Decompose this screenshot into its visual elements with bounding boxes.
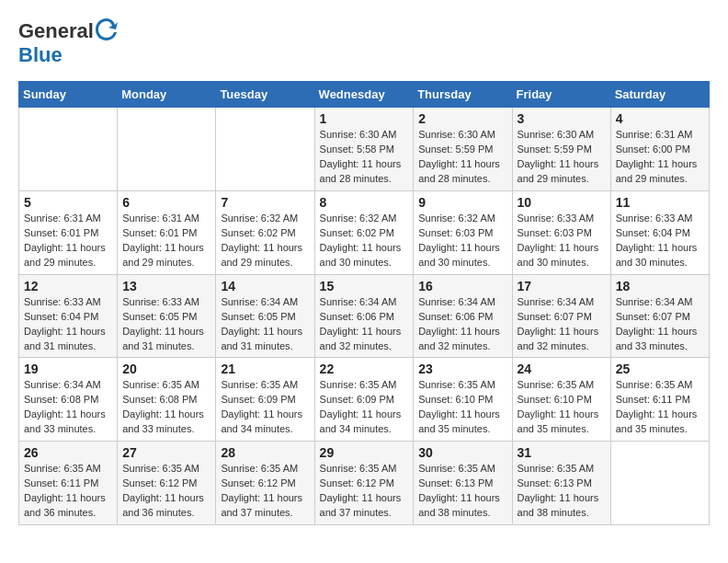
day-number: 16 — [418, 279, 506, 293]
calendar-cell: 7Sunrise: 6:32 AM Sunset: 6:02 PM Daylig… — [216, 190, 314, 274]
day-number: 26 — [24, 445, 112, 460]
calendar-cell: 30Sunrise: 6:35 AM Sunset: 6:13 PM Dayli… — [414, 442, 512, 525]
calendar-cell: 16Sunrise: 6:34 AM Sunset: 6:06 PM Dayli… — [414, 274, 512, 358]
day-number: 22 — [320, 362, 409, 376]
calendar-cell — [216, 108, 314, 191]
page-header: General Blue — [18, 18, 710, 66]
calendar-cell: 6Sunrise: 6:31 AM Sunset: 6:01 PM Daylig… — [118, 190, 216, 274]
day-number: 31 — [518, 445, 606, 460]
calendar-cell: 31Sunrise: 6:35 AM Sunset: 6:13 PM Dayli… — [512, 442, 610, 525]
day-info: Sunrise: 6:34 AM Sunset: 6:06 PM Dayligh… — [320, 295, 409, 354]
day-number: 21 — [221, 362, 309, 376]
calendar-cell: 29Sunrise: 6:35 AM Sunset: 6:12 PM Dayli… — [314, 442, 414, 525]
day-info: Sunrise: 6:34 AM Sunset: 6:05 PM Dayligh… — [221, 295, 309, 354]
logo-icon — [96, 17, 118, 42]
day-info: Sunrise: 6:30 AM Sunset: 5:59 PM Dayligh… — [418, 128, 506, 187]
day-info: Sunrise: 6:34 AM Sunset: 6:06 PM Dayligh… — [418, 295, 506, 354]
day-info: Sunrise: 6:35 AM Sunset: 6:12 PM Dayligh… — [221, 462, 309, 521]
day-number: 5 — [24, 195, 112, 210]
calendar-cell — [610, 442, 709, 525]
calendar-cell: 26Sunrise: 6:35 AM Sunset: 6:11 PM Dayli… — [19, 442, 118, 525]
day-info: Sunrise: 6:32 AM Sunset: 6:02 PM Dayligh… — [320, 212, 409, 270]
day-info: Sunrise: 6:31 AM Sunset: 6:01 PM Dayligh… — [24, 212, 112, 270]
calendar-cell: 15Sunrise: 6:34 AM Sunset: 6:06 PM Dayli… — [314, 274, 414, 358]
calendar-cell: 17Sunrise: 6:34 AM Sunset: 6:07 PM Dayli… — [512, 274, 610, 358]
day-number: 13 — [122, 279, 210, 293]
calendar-cell: 11Sunrise: 6:33 AM Sunset: 6:04 PM Dayli… — [610, 190, 709, 274]
day-number: 6 — [122, 195, 210, 210]
day-number: 19 — [24, 362, 112, 376]
calendar-cell: 13Sunrise: 6:33 AM Sunset: 6:05 PM Dayli… — [118, 274, 216, 358]
weekday-header-thursday: Thursday — [414, 82, 512, 108]
day-number: 10 — [518, 195, 606, 210]
day-info: Sunrise: 6:35 AM Sunset: 6:08 PM Dayligh… — [122, 378, 210, 437]
day-number: 25 — [616, 362, 704, 376]
day-number: 12 — [24, 279, 112, 293]
day-number: 30 — [418, 445, 506, 460]
day-info: Sunrise: 6:33 AM Sunset: 6:04 PM Dayligh… — [616, 212, 704, 270]
day-info: Sunrise: 6:32 AM Sunset: 6:02 PM Dayligh… — [221, 212, 309, 270]
day-info: Sunrise: 6:35 AM Sunset: 6:12 PM Dayligh… — [122, 462, 210, 521]
day-info: Sunrise: 6:33 AM Sunset: 6:04 PM Dayligh… — [24, 295, 112, 354]
logo-general: General — [18, 20, 94, 42]
day-number: 7 — [221, 195, 309, 210]
calendar-cell: 14Sunrise: 6:34 AM Sunset: 6:05 PM Dayli… — [216, 274, 314, 358]
calendar-cell: 3Sunrise: 6:30 AM Sunset: 5:59 PM Daylig… — [512, 108, 610, 191]
calendar-cell: 28Sunrise: 6:35 AM Sunset: 6:12 PM Dayli… — [216, 442, 314, 525]
calendar-cell: 4Sunrise: 6:31 AM Sunset: 6:00 PM Daylig… — [610, 108, 709, 191]
weekday-header-friday: Friday — [512, 82, 610, 108]
calendar-cell: 1Sunrise: 6:30 AM Sunset: 5:58 PM Daylig… — [314, 108, 414, 191]
calendar-cell: 18Sunrise: 6:34 AM Sunset: 6:07 PM Dayli… — [610, 274, 709, 358]
calendar-cell — [118, 108, 216, 191]
day-info: Sunrise: 6:35 AM Sunset: 6:12 PM Dayligh… — [320, 462, 409, 521]
weekday-header-saturday: Saturday — [610, 82, 709, 108]
calendar-cell: 24Sunrise: 6:35 AM Sunset: 6:10 PM Dayli… — [512, 358, 610, 442]
day-info: Sunrise: 6:31 AM Sunset: 6:01 PM Dayligh… — [122, 212, 210, 270]
day-info: Sunrise: 6:35 AM Sunset: 6:11 PM Dayligh… — [616, 378, 704, 437]
day-number: 18 — [616, 279, 704, 293]
day-info: Sunrise: 6:35 AM Sunset: 6:09 PM Dayligh… — [221, 378, 309, 437]
day-info: Sunrise: 6:33 AM Sunset: 6:03 PM Dayligh… — [518, 212, 606, 270]
calendar-cell: 23Sunrise: 6:35 AM Sunset: 6:10 PM Dayli… — [414, 358, 512, 442]
weekday-header-sunday: Sunday — [19, 82, 118, 108]
day-info: Sunrise: 6:34 AM Sunset: 6:08 PM Dayligh… — [24, 378, 112, 437]
day-number: 23 — [418, 362, 506, 376]
day-number: 11 — [616, 195, 704, 210]
day-number: 3 — [518, 111, 606, 126]
weekday-header-wednesday: Wednesday — [314, 82, 414, 108]
day-info: Sunrise: 6:32 AM Sunset: 6:03 PM Dayligh… — [418, 212, 506, 270]
day-info: Sunrise: 6:35 AM Sunset: 6:10 PM Dayligh… — [518, 378, 606, 437]
day-number: 1 — [320, 111, 409, 126]
day-number: 2 — [418, 111, 506, 126]
calendar-cell: 21Sunrise: 6:35 AM Sunset: 6:09 PM Dayli… — [216, 358, 314, 442]
day-info: Sunrise: 6:35 AM Sunset: 6:11 PM Dayligh… — [24, 462, 112, 521]
calendar-cell: 8Sunrise: 6:32 AM Sunset: 6:02 PM Daylig… — [314, 190, 414, 274]
day-info: Sunrise: 6:33 AM Sunset: 6:05 PM Dayligh… — [122, 295, 210, 354]
calendar-cell: 2Sunrise: 6:30 AM Sunset: 5:59 PM Daylig… — [414, 108, 512, 191]
day-number: 29 — [320, 445, 409, 460]
day-number: 15 — [320, 279, 409, 293]
day-number: 24 — [518, 362, 606, 376]
day-info: Sunrise: 6:30 AM Sunset: 5:58 PM Dayligh… — [320, 128, 409, 187]
day-number: 14 — [221, 279, 309, 293]
calendar-cell: 9Sunrise: 6:32 AM Sunset: 6:03 PM Daylig… — [414, 190, 512, 274]
day-number: 4 — [616, 111, 704, 126]
weekday-header-tuesday: Tuesday — [216, 82, 314, 108]
calendar-cell: 27Sunrise: 6:35 AM Sunset: 6:12 PM Dayli… — [118, 442, 216, 525]
logo-blue: Blue — [18, 43, 63, 66]
day-info: Sunrise: 6:31 AM Sunset: 6:00 PM Dayligh… — [616, 128, 704, 187]
day-info: Sunrise: 6:34 AM Sunset: 6:07 PM Dayligh… — [518, 295, 606, 354]
calendar-cell: 19Sunrise: 6:34 AM Sunset: 6:08 PM Dayli… — [19, 358, 118, 442]
day-info: Sunrise: 6:35 AM Sunset: 6:13 PM Dayligh… — [518, 462, 606, 521]
calendar-cell: 10Sunrise: 6:33 AM Sunset: 6:03 PM Dayli… — [512, 190, 610, 274]
calendar-cell: 5Sunrise: 6:31 AM Sunset: 6:01 PM Daylig… — [19, 190, 118, 274]
day-number: 20 — [122, 362, 210, 376]
calendar-cell: 20Sunrise: 6:35 AM Sunset: 6:08 PM Dayli… — [118, 358, 216, 442]
day-number: 9 — [418, 195, 506, 210]
day-number: 27 — [122, 445, 210, 460]
day-info: Sunrise: 6:35 AM Sunset: 6:13 PM Dayligh… — [418, 462, 506, 521]
day-info: Sunrise: 6:35 AM Sunset: 6:09 PM Dayligh… — [320, 378, 409, 437]
calendar-cell — [19, 108, 118, 191]
day-number: 28 — [221, 445, 309, 460]
calendar-table: SundayMondayTuesdayWednesdayThursdayFrid… — [18, 81, 710, 525]
